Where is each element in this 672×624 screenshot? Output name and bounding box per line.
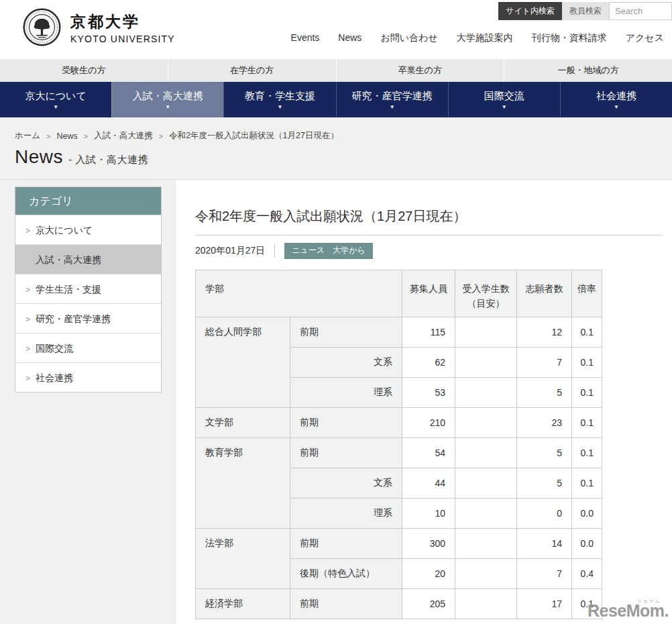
title-divider [195,235,663,236]
ratio-cell: 0.1 [572,408,602,438]
ratio-cell: 0.1 [572,348,602,378]
chevron-down-icon: ▼ [53,105,58,110]
applicants-cell: 14 [517,529,572,559]
utility-nav-item[interactable]: お問い合わせ [380,32,437,44]
chevron-right-icon: > [25,374,30,383]
article-title: 令和2年度一般入試出願状況（1月27日現在） [195,207,663,225]
sidebar-item[interactable]: >国際交流 [15,333,161,362]
term-cell: 前期 [290,589,402,619]
main-nav: 京大について▼入試・高大連携▼教育・学生支援▼研究・産官学連携▼国際交流▼社会連… [0,82,672,117]
faculty-cell: 総合人間学部 [196,317,290,408]
main-nav-item[interactable]: 教育・学生支援▼ [223,82,335,117]
breadcrumb: ホーム>News>入試・高大連携>令和2年度一般入試出願状況（1月27日現在） [15,117,672,142]
accepted-cell [455,438,517,468]
chevron-right-icon: > [25,315,30,324]
breadcrumb-separator: > [46,132,50,140]
table-row: 経済学部前期205170.1 [196,589,602,619]
search-bar: サイト内検索 教員検索 [498,2,672,20]
ratio-cell: 0.0 [572,499,602,529]
utility-nav-item[interactable]: 大学施設案内 [457,32,513,44]
utility-nav-item[interactable]: アクセス [626,32,664,44]
audience-nav-item[interactable]: 受験生の方 [0,59,168,82]
applicants-cell: 12 [517,317,572,348]
term-cell: 前期 [290,317,402,348]
capacity-cell: 44 [402,468,455,499]
content-area: カテゴリ >京大について>入試・高大連携>学生生活・支援>研究・産官学連携>国際… [0,180,672,624]
term-cell: 前期 [290,438,402,468]
main-nav-label: 研究・産官学連携 [352,90,433,103]
breadcrumb-current: 令和2年度一般入試出願状況（1月27日現在） [169,130,339,142]
term-cell: 文系 [290,348,402,378]
table-row: 法学部前期300140.0 [196,529,602,559]
site-header: 京都大学 KYOTO UNIVERSITY サイト内検索 教員検索 Events… [0,0,672,59]
audience-nav-item[interactable]: 卒業生の方 [336,59,504,82]
breadcrumb-link[interactable]: 入試・高大連携 [94,130,153,142]
accepted-cell [455,559,517,589]
utility-nav-item[interactable]: News [338,32,361,44]
main-nav-label: 国際交流 [484,90,524,103]
table-header-cell: 募集人員 [402,270,455,317]
main-nav-item[interactable]: 入試・高大連携▼ [111,82,223,117]
chevron-down-icon: ▼ [390,105,395,110]
table-row: 文学部前期210230.1 [196,408,602,438]
logo-title-en: KYOTO UNIVERSITY [70,34,175,44]
sidebar-item[interactable]: >社会連携 [15,362,161,392]
audience-nav: 受験生の方在学生の方卒業生の方一般・地域の方 [0,59,672,82]
capacity-cell: 205 [402,589,455,619]
sidebar-item[interactable]: >京大について [15,215,161,244]
audience-nav-item[interactable]: 在学生の方 [168,59,336,82]
accepted-cell [455,468,517,499]
accepted-cell [455,348,517,378]
capacity-cell: 10 [402,499,455,529]
main-nav-item[interactable]: 京大について▼ [0,82,111,117]
breadcrumb-link[interactable]: ホーム [15,130,40,142]
article-date: 2020年01月27日 [195,245,265,257]
faculty-cell: 文学部 [196,408,290,438]
audience-nav-item[interactable]: 一般・地域の方 [504,59,672,82]
sidebar-column: カテゴリ >京大について>入試・高大連携>学生生活・支援>研究・産官学連携>国際… [0,180,176,624]
ratio-cell: 0.1 [572,317,602,348]
term-cell: 理系 [290,378,402,408]
breadcrumb-link[interactable]: News [57,132,78,141]
applicants-cell: 7 [517,559,572,589]
applicants-cell: 7 [517,348,572,378]
meta-divider [274,244,275,258]
main-nav-item[interactable]: 社会連携▼ [560,82,672,117]
university-logo[interactable]: 京都大学 KYOTO UNIVERSITY [23,8,175,49]
term-cell: 前期 [290,529,402,559]
sidebar-item[interactable]: >学生生活・支援 [15,274,161,303]
main-nav-item[interactable]: 国際交流▼ [448,82,560,117]
sidebar-item-label: 研究・産官学連携 [36,313,111,324]
article-column: 令和2年度一般入試出願状況（1月27日現在） 2020年01月27日 ニュース … [176,180,672,624]
main-nav-item[interactable]: 研究・産官学連携▼ [336,82,448,117]
sidebar-item-label: 京大について [36,225,93,236]
chevron-down-icon: ▼ [165,105,170,110]
main-nav-label: 教育・学生支援 [245,90,315,103]
sidebar-item[interactable]: >入試・高大連携 [15,244,161,274]
accepted-cell [455,589,517,619]
application-status-table: 学部募集人員受入学生数 （目安）志願者数倍率 総合人間学部前期115120.1文… [195,270,602,619]
chevron-down-icon: ▼ [614,105,619,110]
category-badge[interactable]: ニュース 大学から [284,243,372,259]
capacity-cell: 54 [402,438,455,468]
table-header-cell: 志願者数 [517,270,572,317]
site-search-tab[interactable]: サイト内検索 [498,2,562,20]
main-nav-label: 入試・高大連携 [133,90,203,103]
capacity-cell: 62 [402,348,455,378]
sidebar-item-label: 社会連携 [36,372,73,383]
faculty-search-tab[interactable]: 教員検索 [562,2,609,20]
utility-nav-item[interactable]: Events [291,32,320,44]
utility-nav-item[interactable]: 刊行物・資料請求 [532,32,607,44]
chevron-down-icon: ▼ [277,105,282,110]
accepted-cell [455,499,517,529]
sidebar-item[interactable]: >研究・産官学連携 [15,303,161,333]
applicants-cell: 5 [517,378,572,408]
utility-nav: EventsNewsお問い合わせ大学施設案内刊行物・資料請求アクセス [291,32,664,44]
search-input[interactable] [609,2,672,20]
breadcrumb-separator: > [84,132,88,140]
accepted-cell [455,529,517,559]
accepted-cell [455,317,517,348]
term-cell: 文系 [290,468,402,499]
capacity-cell: 210 [402,408,455,438]
capacity-cell: 53 [402,378,455,408]
